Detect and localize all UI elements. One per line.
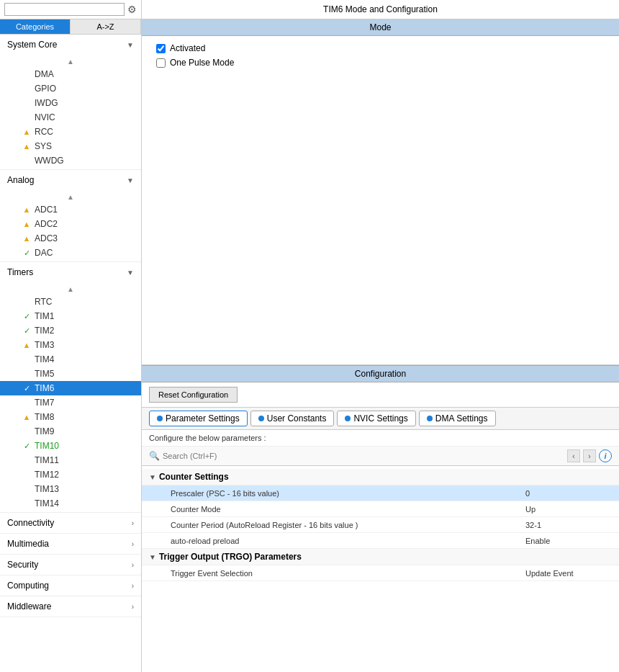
tab-user-constants[interactable]: User Constants (250, 411, 335, 426)
reset-configuration-button[interactable]: Reset Configuration (149, 387, 238, 403)
sidebar-item-tim6[interactable]: ✓TIM6 (0, 381, 141, 395)
group-system-core: System Core ▼ ▲ DMA GPIO IWDG NVIC ▲RCC … (0, 35, 141, 170)
main-panel: TIM6 Mode and Configuration Mode Activat… (142, 0, 619, 672)
category-header-timers[interactable]: Timers ▼ (0, 262, 141, 282)
tab-dma-settings[interactable]: DMA Settings (419, 411, 496, 426)
category-items-timers: ▲ RTC ✓TIM1 ✓TIM2 ▲TIM3 TIM4 TIM5 ✓TIM6 … (0, 282, 141, 512)
config-search-input[interactable] (163, 452, 564, 460)
category-header-computing[interactable]: Computing › (0, 575, 141, 596)
category-header-middleware[interactable]: Middleware › (0, 596, 141, 617)
sidebar-item-tim1[interactable]: ✓TIM1 (0, 309, 141, 323)
chevron-right-icon: › (132, 561, 134, 569)
sidebar-item-sys[interactable]: ▲SYS (0, 139, 141, 153)
tab-nvic-settings[interactable]: NVIC Settings (337, 411, 415, 426)
category-label-middleware: Middleware (7, 601, 51, 611)
config-params-area: ▼ Counter Settings Prescaler (PSC - 16 b… (142, 466, 619, 672)
param-row-counter-period: Counter Period (AutoReload Register - 16… (142, 517, 619, 533)
param-value-auto-reload: Enable (525, 537, 612, 545)
sidebar-item-adc3[interactable]: ▲ADC3 (0, 231, 141, 246)
category-label-analog: Analog (7, 175, 34, 185)
sidebar-item-tim14[interactable]: TIM14 (0, 496, 141, 511)
one-pulse-checkbox[interactable] (156, 58, 166, 68)
tab-dot-icon (157, 416, 163, 421)
check-icon: ✓ (22, 326, 32, 336)
tab-az[interactable]: A->Z (71, 19, 141, 34)
check-icon: ✓ (22, 248, 32, 258)
tab-dot-icon (258, 416, 264, 421)
param-row-trigger-event: Trigger Event Selection Update Event (142, 565, 619, 581)
chevron-right-icon: › (132, 540, 134, 548)
activated-row: Activated (156, 43, 605, 53)
group-multimedia: Multimedia › (0, 534, 141, 555)
param-value-prescaler: 0 (525, 489, 612, 498)
param-name-auto-reload: auto-reload preload (171, 537, 525, 545)
group-security: Security › (0, 555, 141, 575)
mode-content: Activated One Pulse Mode (142, 36, 619, 79)
sidebar-item-tim11[interactable]: TIM11 (0, 453, 141, 467)
tab-categories[interactable]: Categories (0, 19, 71, 34)
sidebar-item-tim4[interactable]: TIM4 (0, 352, 141, 367)
group-header-counter-settings[interactable]: ▼ Counter Settings (142, 469, 619, 485)
group-header-trgo[interactable]: ▼ Trigger Output (TRGO) Parameters (142, 549, 619, 565)
warning-icon: ▲ (22, 234, 32, 243)
warning-icon: ▲ (22, 127, 32, 136)
sidebar-item-adc2[interactable]: ▲ADC2 (0, 217, 141, 231)
next-search-button[interactable]: › (583, 449, 596, 462)
category-items-system-core: ▲ DMA GPIO IWDG NVIC ▲RCC ▲SYS WWDG (0, 55, 141, 169)
sidebar: ⚙ Categories A->Z System Core ▼ ▲ DMA GP… (0, 0, 142, 672)
chevron-right-icon: › (132, 603, 134, 611)
sidebar-item-tim8[interactable]: ▲TIM8 (0, 410, 141, 424)
tab-user-constants-label: User Constants (267, 413, 327, 424)
sidebar-item-iwdg[interactable]: IWDG (0, 96, 141, 110)
gear-icon[interactable]: ⚙ (127, 4, 137, 15)
sidebar-item-tim5[interactable]: TIM5 (0, 367, 141, 381)
category-header-system-core[interactable]: System Core ▼ (0, 35, 141, 55)
sidebar-item-tim7[interactable]: TIM7 (0, 395, 141, 410)
param-row-prescaler: Prescaler (PSC - 16 bits value) 0 (142, 485, 619, 501)
category-header-security[interactable]: Security › (0, 555, 141, 575)
category-header-multimedia[interactable]: Multimedia › (0, 534, 141, 554)
search-input[interactable] (4, 3, 125, 16)
check-icon: ✓ (22, 442, 32, 451)
category-label-timers: Timers (7, 267, 33, 277)
prev-search-button[interactable]: ‹ (567, 449, 580, 462)
sidebar-item-tim12[interactable]: TIM12 (0, 467, 141, 482)
sidebar-item-rcc[interactable]: ▲RCC (0, 125, 141, 139)
tab-parameter-label: Parameter Settings (166, 413, 240, 424)
category-header-analog[interactable]: Analog ▼ (0, 170, 141, 190)
category-label-connectivity: Connectivity (7, 518, 54, 528)
sidebar-item-dac[interactable]: ✓DAC (0, 246, 141, 260)
sidebar-item-tim9[interactable]: TIM9 (0, 424, 141, 439)
sidebar-item-rtc[interactable]: RTC (0, 295, 141, 309)
sidebar-item-adc1[interactable]: ▲ADC1 (0, 202, 141, 217)
sidebar-item-gpio[interactable]: GPIO (0, 81, 141, 96)
category-items-analog: ▲ ▲ADC1 ▲ADC2 ▲ADC3 ✓DAC (0, 190, 141, 261)
tab-parameter-settings[interactable]: Parameter Settings (149, 411, 248, 426)
chevron-right-icon: › (132, 519, 134, 527)
category-label-security: Security (7, 560, 38, 570)
sidebar-item-tim13[interactable]: TIM13 (0, 482, 141, 496)
sidebar-item-tim2[interactable]: ✓TIM2 (0, 323, 141, 338)
info-icon[interactable]: i (599, 449, 612, 462)
group-label-trgo: Trigger Output (TRGO) Parameters (159, 552, 302, 562)
tab-nvic-label: NVIC Settings (353, 413, 407, 424)
sidebar-item-tim10[interactable]: ✓TIM10 (0, 439, 141, 453)
check-active-icon: ✓ (22, 384, 32, 393)
activated-checkbox[interactable] (156, 44, 166, 53)
param-row-counter-mode: Counter Mode Up (142, 501, 619, 517)
scroll-up-arrow[interactable]: ▲ (0, 192, 141, 202)
chevron-down-icon: ▼ (127, 176, 134, 184)
sidebar-item-wwdg[interactable]: WWDG (0, 153, 141, 168)
sidebar-item-nvic[interactable]: NVIC (0, 110, 141, 125)
sidebar-item-tim3[interactable]: ▲TIM3 (0, 338, 141, 352)
warning-icon: ▲ (22, 413, 32, 421)
scroll-up-arrow[interactable]: ▲ (0, 284, 141, 295)
param-name-counter-mode: Counter Mode (171, 505, 525, 514)
sidebar-item-dma[interactable]: DMA (0, 67, 141, 81)
scroll-up-arrow[interactable]: ▲ (0, 56, 141, 67)
category-header-connectivity[interactable]: Connectivity › (0, 513, 141, 533)
mode-section: Mode Activated One Pulse Mode (142, 19, 619, 365)
category-label-system-core: System Core (7, 40, 57, 50)
chevron-down-icon: ▼ (127, 269, 134, 277)
content-area: Mode Activated One Pulse Mode Configurat… (142, 19, 619, 672)
